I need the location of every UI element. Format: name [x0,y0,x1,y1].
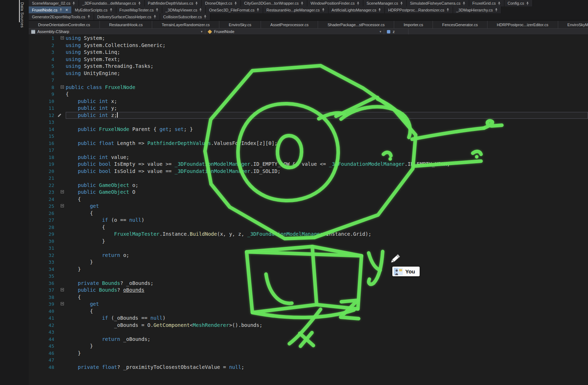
code-line[interactable]: 1using System; [29,35,588,42]
tab-shaderpackage-stprocessor-cs[interactable]: ShaderPackage...stProcessor.cs [318,21,394,28]
code-line[interactable]: 26 { [29,210,588,217]
code-line[interactable]: 25 get [29,203,588,210]
tab-close-icon[interactable]: × [65,8,68,12]
code-line[interactable]: 28 { [29,224,588,231]
code-line[interactable]: 21 [29,175,588,182]
tab-artificiallightsmanager-cs[interactable]: ArtificialLightsManager.cs [328,6,385,13]
code-line[interactable]: 40 { [29,308,588,315]
code-line[interactable]: 19 public bool IsEmpty => value >= _3DFo… [29,161,588,168]
code-line[interactable]: 12 public int z; [29,112,588,119]
project-dropdown[interactable]: Assembly-CSharp ▾ [29,29,205,34]
tab-enviroskymgr-cs[interactable]: EnviroSkyMgr.cs [558,21,588,28]
fold-collapse-icon[interactable] [61,302,64,305]
code-line[interactable]: 29 FruxelMapTester.Instance.BuildNode(x,… [29,231,588,238]
fold-collapse-icon[interactable] [61,190,64,193]
tab-collisionsubscriber-cs[interactable]: CollisionSubscriber.cs [160,13,211,20]
line-number: 5 [29,63,56,70]
tab-terrainlayerrandomizer-cs[interactable]: TerrainLayerRandomizer.cs [152,21,219,28]
tab-generator2exportmaptools-cs[interactable]: Generator2ExportMapTools.cs [29,13,94,20]
code-line[interactable]: 39 get [29,301,588,308]
tab-restaurantho-plemanager-cs[interactable]: RestaurantHo...pleManager.cs [263,6,328,13]
code-line[interactable]: 9{ [29,91,588,98]
code-line[interactable]: 35 [29,273,588,280]
tab-deliverysurfaceclasshelper-cs[interactable]: DeliverySurfaceClassHelper.cs [94,13,160,20]
tab-droneorientationcontroller-cs[interactable]: DroneOrientationController.cs [29,21,100,28]
tab-scenemanager-cs[interactable]: SceneManager.cs [363,0,407,6]
tab-scenemanager-02-cs[interactable]: SceneManager_02.cs [29,0,79,6]
code-editor[interactable]: 1using System;2using System.Collections.… [29,35,588,385]
code-line[interactable]: 24 { [29,196,588,203]
tab-config-cs[interactable]: Config.cs [504,0,533,6]
code-line[interactable]: 45 } [29,343,588,350]
code-line[interactable]: 11 public int y; [29,105,588,112]
tab-label: CollisionSubscriber.cs [163,15,202,19]
tab--3dmapviewer-cs[interactable]: _3DMapViewer.cs [162,6,206,13]
data-sources-tool-tab[interactable]: Data Sources [20,2,24,28]
tab-label: SceneManager.cs [367,1,398,5]
tab--3dmaphierarchy-cs[interactable]: _3DMapHierarchy.cs [453,6,501,13]
tab-fruxelgrid-cs[interactable]: FruxelGrid.cs [469,0,504,6]
code-line[interactable]: 47 [29,357,588,364]
tab-fencesgenerator-cs[interactable]: FencesGenerator.cs [433,21,487,28]
code-line[interactable]: 30 } [29,238,588,245]
code-line[interactable]: 34 } [29,266,588,273]
code-line[interactable]: 17 [29,147,588,154]
code-line[interactable]: 42 _oBounds = O.GetComponent<MeshRendere… [29,322,588,329]
tab-label: _3DMapHierarchy.cs [456,8,493,12]
code-line[interactable]: 22 public GameObject o; [29,182,588,189]
code-line[interactable]: 31 [29,245,588,252]
fold-collapse-icon[interactable] [61,288,64,291]
member-dropdown[interactable]: z [384,29,409,34]
code-line[interactable]: 38 { [29,294,588,301]
code-line[interactable]: 27 if (o == null) [29,217,588,224]
code-line[interactable]: 8public class FruxelNode [29,84,588,91]
code-line[interactable]: 7 [29,77,588,84]
code-line[interactable]: 5using System.Threading.Tasks; [29,63,588,70]
code-line[interactable]: 36 private Bounds? _oBounds; [29,280,588,287]
code-line[interactable]: 46 } [29,350,588,357]
code-line[interactable]: 20 public bool IsSolid => value == _3DFo… [29,168,588,175]
code-line[interactable]: 41 if (_oBounds == null) [29,315,588,322]
type-dropdown[interactable]: FruxelNode ▾ [205,29,384,34]
code-line[interactable]: 23 public GameObject O [29,189,588,196]
tab-myeditorscripts-cs[interactable]: MyEditorScripts.cs [72,6,116,13]
code-line[interactable]: 10 public int x; [29,98,588,105]
tab-onesec3d-fileformat-cs[interactable]: OneSec3D_FileFormat.cs [206,6,263,13]
code-line[interactable]: 15 [29,133,588,140]
code-line[interactable]: 33 } [29,259,588,266]
code-line[interactable]: 13 [29,119,588,126]
fold-margin [56,301,66,308]
code-line[interactable]: 18 public int value; [29,154,588,161]
fold-collapse-icon[interactable] [61,204,64,207]
code-line[interactable]: 14 public FruxelNode Parent { get; set; … [29,126,588,133]
code-line[interactable]: 2using System.Collections.Generic; [29,42,588,49]
tab-hdrppostproc-randomizer-cs[interactable]: HDRPPostproc...Randomizer.cs [385,6,453,13]
tab--3dfoundatio-delmanager-cs[interactable]: _3DFoundatio...delManager.cs [79,0,145,6]
code-line[interactable]: 6using UnityEngine; [29,70,588,77]
tab-pathfinderdepthvalues-cs[interactable]: PathfinderDepthValues.cs [145,0,202,6]
tab-hdrppostproc-izereditor-cs[interactable]: HDRPPostproc...izerEditor.cs [487,21,558,28]
tab-droneobject-cs[interactable]: DroneObject.cs [202,0,241,6]
tab-importer-cs[interactable]: Importer.cs [394,21,433,28]
tab-envirosky-cs[interactable]: EnviroSky.cs [219,21,261,28]
code-line[interactable]: 43 [29,329,588,336]
fold-collapse-icon[interactable] [61,85,64,89]
code-line[interactable]: 44 return _oBounds; [29,336,588,343]
tab-windowpositionfinder-cs[interactable]: WindowPositionFinder.cs [307,0,363,6]
tab-fruxelnode-cs[interactable]: FruxelNode.cs× [29,6,72,13]
fold-margin [56,112,66,119]
code-line[interactable]: 3using System.Linq; [29,49,588,56]
code-line[interactable]: 37 public Bounds? oBounds [29,287,588,294]
tab-restauranthook-cs[interactable]: RestaurantHook.cs [100,21,153,28]
tab-fruxelmaptester-cs[interactable]: FruxelMapTester.cs [116,6,162,13]
tab-assetpreprocessor-cs[interactable]: AssetPreprocessor.cs [261,21,318,28]
code-line[interactable]: 32 return o; [29,252,588,259]
code-line[interactable]: 4using System.Text; [29,56,588,63]
tab-citygen3dgen-torwrapper-cs[interactable]: CityGen3DGen...torWrapper.cs [241,0,307,6]
line-number: 33 [29,259,56,266]
code-line[interactable]: 16 public float Length => PathfinderDept… [29,140,588,147]
fold-collapse-icon[interactable] [61,36,64,39]
code-text: { [66,308,588,315]
code-line[interactable]: 48 private float? _proximityToClosestObs… [29,364,588,371]
tab-simulatedfisheyecamera-cs[interactable]: SimulatedFisheyeCamera.cs [407,0,469,6]
